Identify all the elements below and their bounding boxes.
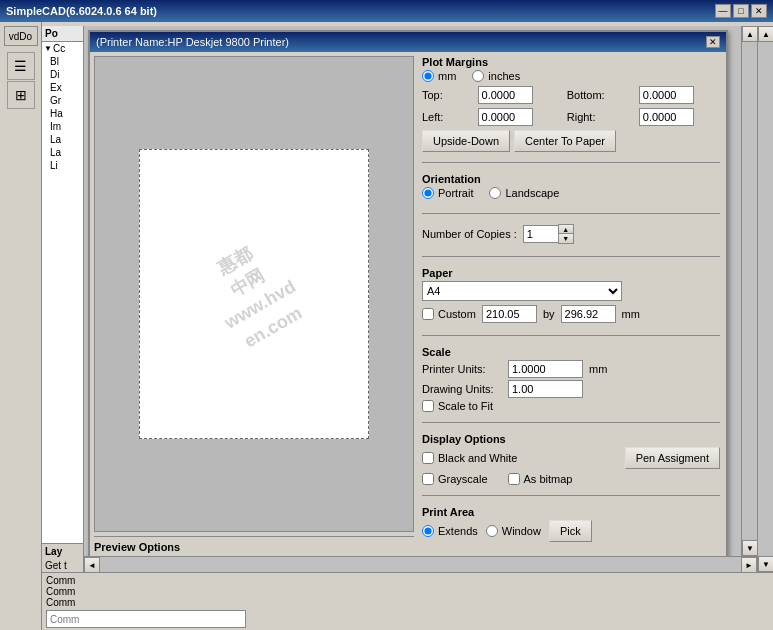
radio-portrait-input[interactable] [422, 187, 434, 199]
tree-item-la2[interactable]: La [42, 146, 83, 159]
vscroll-up-button[interactable]: ▲ [742, 26, 758, 42]
top-input[interactable] [478, 86, 533, 104]
bottom-label: Bottom: [567, 89, 631, 101]
paper-width-input[interactable] [482, 305, 537, 323]
content-area: Po ▼Cc Bl Di Ex Gr Ha Im La La Li Lay Ge… [42, 22, 773, 630]
left-label: Left: [422, 111, 470, 123]
radio-extends[interactable]: Extends [422, 525, 478, 537]
sidebar-icons: ☰ ⊞ [7, 52, 35, 109]
radio-extends-input[interactable] [422, 525, 434, 537]
right-vscroll-down[interactable]: ▼ [758, 556, 773, 572]
dialog-close-button[interactable]: ✕ [706, 36, 720, 48]
plot-margins-title: Plot Margins [422, 56, 720, 68]
minimize-button[interactable]: — [715, 4, 731, 18]
sidebar-icon-1[interactable]: ☰ [7, 52, 35, 80]
bottom-input[interactable] [639, 86, 694, 104]
radio-window-input[interactable] [486, 525, 498, 537]
paper-title: Paper [422, 267, 720, 279]
radio-window-label: Window [502, 525, 541, 537]
tree-item-ha[interactable]: Ha [42, 107, 83, 120]
tree-item-di[interactable]: Di [42, 68, 83, 81]
printer-units-row: Printer Units: mm [422, 360, 720, 378]
as-bitmap-checkbox-item[interactable]: As bitmap [508, 473, 573, 485]
display-options-section: Display Options Black and White Pen Assi… [422, 433, 720, 485]
maximize-button[interactable]: □ [733, 4, 749, 18]
bw-checkbox[interactable] [422, 452, 434, 464]
left-input[interactable] [478, 108, 533, 126]
tree-item-ex[interactable]: Ex [42, 81, 83, 94]
right-vscroll: ▲ ▼ [757, 26, 773, 572]
radio-inches-label: inches [488, 70, 520, 82]
radio-landscape-input[interactable] [489, 187, 501, 199]
drawing-units-input[interactable] [508, 380, 583, 398]
vscroll-down-button[interactable]: ▼ [742, 540, 758, 556]
radio-portrait-label: Portrait [438, 187, 473, 199]
pick-button[interactable]: Pick [549, 520, 592, 542]
hscroll-left-button[interactable]: ◄ [84, 557, 100, 572]
radio-inches[interactable]: inches [472, 70, 520, 82]
pen-assignment-button[interactable]: Pen Assigment [625, 447, 720, 469]
close-button[interactable]: ✕ [751, 4, 767, 18]
units-radio-group: mm inches [422, 70, 720, 82]
center-to-paper-button[interactable]: Center To Paper [514, 130, 616, 152]
right-vscroll-up[interactable]: ▲ [758, 26, 773, 42]
scale-to-fit-item[interactable]: Scale to Fit [422, 400, 720, 412]
spinner-down[interactable]: ▼ [559, 234, 573, 243]
vscroll-track[interactable] [742, 42, 757, 540]
tree-item-bl[interactable]: Bl [42, 55, 83, 68]
bw-checkbox-item[interactable]: Black and White [422, 452, 517, 464]
tree-item-la1[interactable]: La [42, 133, 83, 146]
right-input[interactable] [639, 108, 694, 126]
plot-margins-section: Plot Margins mm [422, 56, 720, 152]
spinner-up[interactable]: ▲ [559, 225, 573, 234]
tree-tab-po[interactable]: Po [42, 26, 83, 42]
hscroll-track[interactable] [100, 557, 741, 572]
orientation-section: Orientation Portrait [422, 173, 720, 203]
grayscale-label: Grayscale [438, 473, 488, 485]
tab-vddo[interactable]: vdDo [4, 26, 38, 46]
sidebar-icon-2[interactable]: ⊞ [7, 81, 35, 109]
command-input[interactable] [46, 610, 246, 628]
custom-checkbox-item[interactable]: Custom [422, 308, 476, 320]
custom-label: Custom [438, 308, 476, 320]
preview-area: 惠都中网www.hvden.com Preview Options [94, 56, 414, 556]
paper-dropdown-wrapper: A4 A3 Letter Legal [422, 281, 622, 301]
radio-mm-input[interactable] [422, 70, 434, 82]
tree-item-im[interactable]: Im [42, 120, 83, 133]
tree-item-li[interactable]: Li [42, 159, 83, 172]
print-area-title: Print Area [422, 506, 720, 518]
copies-input[interactable] [523, 225, 558, 243]
dialog-title-bar: (Printer Name:HP Deskjet 9800 Printer) ✕ [90, 32, 726, 52]
margin-buttons: Upside-Down Center To Paper [422, 130, 720, 152]
bw-label: Black and White [438, 452, 517, 464]
copies-spinner: ▲ ▼ [523, 224, 574, 244]
right-vscroll-track[interactable] [758, 42, 773, 556]
layout-section: Lay [42, 543, 83, 559]
radio-landscape[interactable]: Landscape [489, 187, 559, 199]
radio-inches-input[interactable] [472, 70, 484, 82]
tree-section-cc[interactable]: ▼Cc [42, 42, 83, 55]
drawing-units-row: Drawing Units: [422, 380, 720, 398]
sidebar: vdDo ☰ ⊞ [0, 22, 42, 630]
spinner-buttons: ▲ ▼ [558, 224, 574, 244]
custom-checkbox[interactable] [422, 308, 434, 320]
layout-sublabel: Get t [42, 559, 83, 572]
paper-select[interactable]: A4 A3 Letter Legal [422, 281, 622, 301]
radio-portrait[interactable]: Portrait [422, 187, 473, 199]
dialog-body: 惠都中网www.hvden.com Preview Options [90, 52, 726, 556]
radio-window[interactable]: Window [486, 525, 541, 537]
display-options-title: Display Options [422, 433, 720, 445]
as-bitmap-checkbox[interactable] [508, 473, 520, 485]
printer-units-input[interactable] [508, 360, 583, 378]
paper-height-input[interactable] [561, 305, 616, 323]
copies-label: Number of Copies : [422, 228, 517, 240]
hscroll-right-button[interactable]: ► [741, 557, 757, 572]
grayscale-checkbox-item[interactable]: Grayscale [422, 473, 488, 485]
radio-mm[interactable]: mm [422, 70, 456, 82]
command-area: Comm Comm Comm [42, 572, 773, 630]
scale-to-fit-checkbox[interactable] [422, 400, 434, 412]
upside-down-button[interactable]: Upside-Down [422, 130, 510, 152]
grayscale-checkbox[interactable] [422, 473, 434, 485]
orientation-radio-group: Portrait Landscape [422, 187, 720, 199]
tree-item-gr[interactable]: Gr [42, 94, 83, 107]
